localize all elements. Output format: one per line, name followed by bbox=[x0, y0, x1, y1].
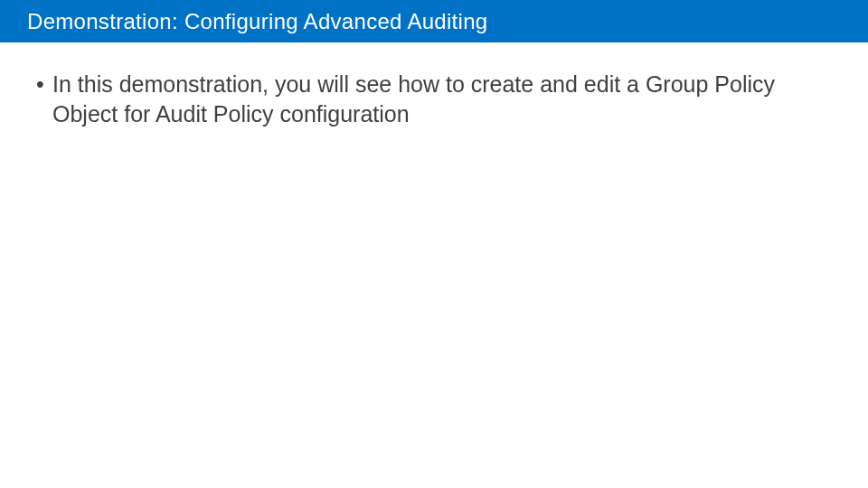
slide-title: Demonstration: Configuring Advanced Audi… bbox=[27, 9, 488, 34]
slide-content: In this demonstration, you will see how … bbox=[0, 42, 868, 128]
slide-header: Demonstration: Configuring Advanced Audi… bbox=[0, 0, 868, 42]
list-item: In this demonstration, you will see how … bbox=[36, 70, 823, 128]
bullet-list: In this demonstration, you will see how … bbox=[36, 70, 823, 128]
